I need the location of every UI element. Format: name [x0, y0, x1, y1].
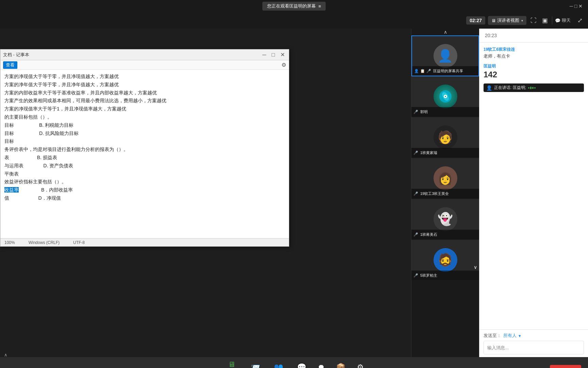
text-line-7: 目标 B. 利税能力目标 [4, 121, 285, 129]
encoding: UTF-8 [73, 240, 85, 245]
participant-avatar-3: 🧑 [434, 125, 457, 149]
text-line-5: 方案的净现值率大于等于1，并且净现值率越大，方案越优 [4, 105, 285, 113]
members-button[interactable]: 👥 成员(77) [271, 363, 286, 368]
presenter-view-label: 演讲者视图 [497, 17, 519, 24]
screen-share-label: 您正在观看匡益明的屏幕 [267, 3, 316, 9]
chat-input-area: 发送至： 所有人 ▾ [479, 329, 588, 357]
notepad-controls: ─ □ ✕ [261, 51, 286, 58]
chat-number: 142 [484, 70, 584, 79]
participant-name-5: 1班蒋美石 [420, 232, 437, 237]
chat-sender-1: 19软工6班宋佳连 [484, 47, 584, 52]
invite-icon: 📨 [251, 363, 260, 368]
highlight-text: 收益率 [4, 187, 19, 193]
participant-name-4: 19软工3班王英全 [420, 191, 449, 196]
participant-card-bottom-1: 👤 📋 🎤 匡益明的屏幕共享 [412, 66, 478, 76]
participant-card-bottom-6: 🎤 5班罗柏主 [411, 271, 479, 280]
participant-panel: ∧ 👤 👤 📋 🎤 匡益明的屏幕共享 [411, 29, 479, 357]
view-menu[interactable]: 查看 [3, 61, 17, 69]
scroll-up-button[interactable]: ∧ [411, 29, 479, 35]
mic-icon-6: 🎤 [413, 273, 418, 278]
apps-icon: 📦 [336, 363, 345, 368]
participant-list: ∧ 👤 👤 📋 🎤 匡益明的屏幕共享 [411, 29, 479, 357]
presenter-icon: 🖥 [491, 18, 496, 23]
text-line-9: 目标 [4, 137, 285, 145]
record-button[interactable]: ⏺ 录制 [317, 363, 325, 368]
participant-card-bottom-4: 🎤 19软工3班王英全 [411, 189, 479, 198]
notepad-title: 文档 - 记事本 [3, 52, 29, 58]
speaking-animation [528, 87, 536, 89]
apps-button[interactable]: 📦 应用 [336, 363, 345, 368]
participant-card-4: 👩 🎤 19软工3班王英全 [411, 158, 479, 199]
participant-icon-person: 👤 [414, 69, 419, 73]
invite-button[interactable]: 📨 邀请 [251, 363, 260, 368]
svg-point-3 [445, 96, 446, 97]
scroll-down-icon[interactable]: ∨ [474, 264, 477, 270]
participant-card-bottom-5: 🎤 1班蒋美石 [411, 230, 479, 239]
participant-card-1: 👤 👤 📋 🎤 匡益明的屏幕共享 [411, 35, 479, 76]
line-ending: Windows (CRLF) [29, 240, 60, 245]
chat-message-1: 19软工6班宋佳连 老师，有点卡 [484, 47, 584, 59]
record-icon: ⏺ [317, 363, 325, 368]
settings-button[interactable]: ⚙ 设置 [356, 363, 364, 368]
minimize-button[interactable]: ─ [261, 51, 267, 58]
chat-message-2: 匡益明 142 [484, 63, 584, 79]
layout-button[interactable]: ▣ [541, 15, 549, 26]
share-screen-button[interactable]: 🖥 共享屏幕 ∧ [224, 360, 240, 368]
chat-icon: 💬 [555, 18, 560, 23]
speaker-avatar-icon: 👤 [486, 85, 492, 91]
participant-card-2: 🎤 郭明 [411, 76, 479, 117]
participant-icon-mic: 🎤 [426, 69, 431, 73]
screen-share-area: 文档 - 记事本 ─ □ ✕ 查看 ⚙ 方案的净现值大于等于零，并且净现值越大，… [0, 29, 411, 357]
top-bar: 您正在观看匡益明的屏幕 ≡ ─ □ ✕ [0, 0, 588, 12]
chat-messages: 19软工6班宋佳连 老师，有点卡 匡益明 142 👤 正在讲话: 匡益明; [479, 43, 588, 329]
menu-icon[interactable]: ≡ [318, 4, 321, 9]
chat-header: 20:23 [479, 29, 588, 43]
chat-toolbar-icon: 💬 [297, 363, 306, 368]
participant-avatar-2 [434, 85, 457, 108]
chat-button[interactable]: 💬 聊天 [555, 17, 571, 24]
text-line-15: 收益率 B．内部收益率 [4, 186, 285, 194]
text-line-11: 表 B. 损益表 [4, 154, 285, 162]
presenter-view-button[interactable]: 🖥 演讲者视图 ▾ [488, 16, 526, 25]
dot-3 [532, 87, 534, 89]
settings-icon[interactable]: ⚙ [281, 62, 286, 68]
chat-input[interactable] [484, 341, 584, 354]
text-line-2: 方案的净年值大于等于零，并且净年值越大，方案越优 [4, 81, 285, 89]
chat-text-1: 老师，有点卡 [484, 53, 584, 59]
window-controls: ─ □ ✕ [570, 3, 583, 9]
text-line-3: 方案的内部收益率大于等于基准收益率，并且内部收益率越大，方案越优 [4, 89, 285, 97]
leave-meeting-button[interactable]: 离开会议 [550, 365, 581, 368]
text-line-14: 效益评价指标主要包括（）。 [4, 178, 285, 186]
maximize-button[interactable]: □ [270, 51, 276, 58]
bottom-toolbar: ∧ 🖥 共享屏幕 ∧ 📨 邀请 👥 成员(77) 💬 聊天 ⏺ 录制 📦 应用 … [0, 357, 588, 368]
send-to-arrow[interactable]: ▾ [519, 333, 521, 338]
speaking-indicator: 👤 正在讲话: 匡益明; [484, 83, 584, 92]
participant-name-2: 郭明 [420, 109, 428, 114]
settings-icon: ⚙ [357, 363, 364, 368]
send-to-dropdown[interactable]: 所有人 [503, 333, 517, 339]
fullscreen-button[interactable]: ⛶ [529, 16, 538, 26]
participant-icon-doc: 📋 [420, 69, 425, 73]
expand-button[interactable]: ⤢ [576, 15, 584, 26]
participant-card-6: 🧔 🎤 5班罗柏主 ∨ [411, 240, 479, 281]
participant-avatar-1: 👤 [434, 44, 457, 68]
view-toolbar: 02:27 🖥 演讲者视图 ▾ ⛶ ▣ 💬 聊天 ⤢ [0, 12, 588, 29]
timer: 02:27 [466, 16, 485, 25]
mic-icon-2: 🎤 [413, 110, 418, 114]
participant-avatar-6: 🧔 [434, 248, 457, 272]
chat-panel: 20:23 19软工6班宋佳连 老师，有点卡 匡益明 142 👤 正在讲话: 匡… [479, 29, 588, 357]
participant-card-3: 🧑 🎤 1班黄家瑞 [411, 117, 479, 158]
notepad-window: 文档 - 记事本 ─ □ ✕ 查看 ⚙ 方案的净现值大于等于零，并且净现值越大，… [0, 49, 289, 247]
send-to-label: 发送至： [484, 333, 501, 339]
dot-4 [534, 87, 536, 89]
text-line-4: 方案产生的效果相同或基本相同，可用最小费用法比选，费用越小，方案越优 [4, 97, 285, 105]
dot-1 [528, 87, 529, 89]
zoom-level: 100% [4, 240, 15, 245]
chat-toolbar-button[interactable]: 💬 聊天 [297, 363, 306, 368]
scroll-up-arrow[interactable]: ∧ [4, 352, 7, 357]
speaking-label: 正在讲话: 匡益明; [494, 85, 526, 91]
participant-card-5: 👻 🎤 1班蒋美石 [411, 199, 479, 240]
text-line-13: 平衡表 [4, 170, 285, 178]
close-button[interactable]: ✕ [279, 51, 286, 58]
mic-icon-5: 🎤 [413, 232, 418, 237]
